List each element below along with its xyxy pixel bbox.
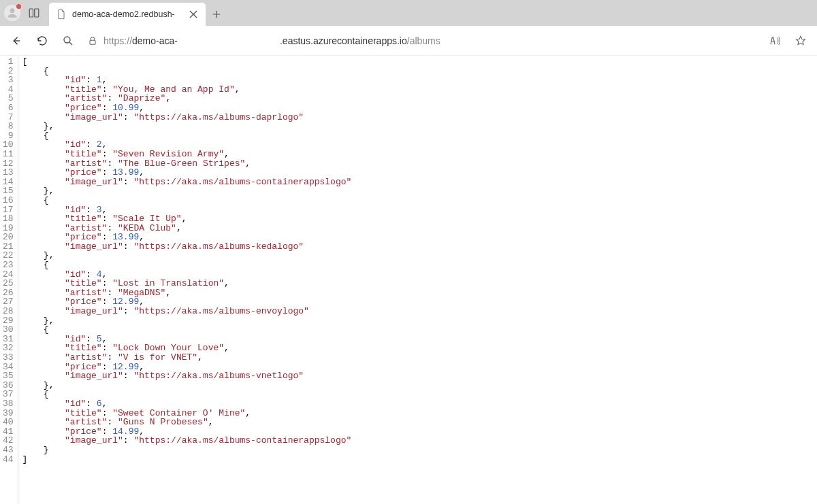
code-line: "title": "Sweet Container O' Mine", [22, 409, 352, 418]
code-line: "title": "You, Me and an App Id", [22, 85, 352, 95]
line-number: 7 [3, 113, 14, 122]
workspaces-button[interactable] [26, 5, 42, 21]
read-aloud-button[interactable] [764, 30, 786, 52]
line-number: 26 [3, 288, 14, 298]
line-number: 3 [3, 75, 14, 85]
json-viewer: 1234567891011121314151617181920212223242… [0, 56, 817, 504]
line-number: 2 [3, 67, 14, 76]
refresh-button[interactable] [31, 30, 53, 52]
line-number: 32 [3, 343, 14, 353]
line-number: 20 [3, 233, 14, 242]
code-line: "image_url": "https://aka.ms/albums-cont… [22, 436, 352, 446]
line-number: 42 [3, 436, 14, 446]
url-scheme: https:// [103, 35, 132, 46]
svg-rect-2 [35, 9, 39, 17]
code-line: [ [22, 57, 352, 67]
line-number: 39 [3, 409, 14, 418]
code-line: "id": 3, [22, 205, 352, 215]
code-line: "price": 12.99, [22, 297, 352, 307]
line-number: 1 [3, 57, 14, 67]
code-line: }, [22, 251, 352, 261]
code-line: "id": 6, [22, 399, 352, 409]
line-number: 33 [3, 353, 14, 363]
svg-point-0 [10, 8, 15, 13]
line-number: 10 [3, 140, 14, 150]
line-number: 28 [3, 307, 14, 316]
line-number: 4 [3, 85, 14, 95]
line-number: 23 [3, 261, 14, 270]
code-line: "artist": "MegaDNS", [22, 288, 352, 298]
line-number: 6 [3, 103, 14, 113]
svg-point-3 [64, 37, 70, 43]
search-icon [62, 35, 74, 47]
code-line: "image_url": "https://aka.ms/albums-vnet… [22, 371, 352, 381]
line-number: 16 [3, 196, 14, 205]
code-line: "price": 13.99, [22, 168, 352, 178]
line-number: 12 [3, 159, 14, 169]
browser-toolbar: https://demo-aca-.eastus.azurecontainera… [0, 26, 817, 56]
line-number: 30 [3, 325, 14, 335]
browser-tab[interactable]: demo-aca-demo2.redbush- [49, 3, 206, 26]
new-tab-button[interactable] [206, 3, 227, 26]
star-icon [795, 35, 807, 47]
search-button[interactable] [57, 30, 79, 52]
code-line: "title": "Seven Revision Army", [22, 150, 352, 159]
line-number: 9 [3, 131, 14, 141]
arrow-left-icon [10, 35, 22, 47]
json-content[interactable]: [ { "id": 1, "title": "You, Me and an Ap… [18, 56, 352, 504]
line-number: 8 [3, 122, 14, 131]
line-number: 11 [3, 150, 14, 159]
line-number: 44 [3, 455, 14, 465]
code-line: "artist": "Daprize", [22, 94, 352, 103]
code-line: { [22, 196, 352, 205]
close-icon [188, 9, 199, 20]
line-number: 24 [3, 270, 14, 280]
url-path: /albums [407, 35, 440, 46]
line-number: 13 [3, 168, 14, 178]
favorites-button[interactable] [790, 30, 812, 52]
code-line: { [22, 261, 352, 270]
code-line: "artist": "Guns N Probeses", [22, 418, 352, 427]
line-number: 29 [3, 316, 14, 326]
code-line: { [22, 67, 352, 76]
code-line: "title": "Scale It Up", [22, 214, 352, 224]
line-number: 35 [3, 371, 14, 381]
line-number-gutter: 1234567891011121314151617181920212223242… [0, 56, 18, 504]
code-line: "id": 1, [22, 75, 352, 85]
back-button[interactable] [5, 30, 27, 52]
code-line: "title": "Lock Down Your Love", [22, 343, 352, 353]
code-line: "id": 4, [22, 270, 352, 280]
read-aloud-icon [769, 35, 781, 47]
code-line: "price": 13.99, [22, 233, 352, 242]
line-number: 14 [3, 178, 14, 187]
lock-icon [87, 35, 98, 46]
profile-button[interactable] [4, 5, 20, 21]
window-left-controls [0, 0, 46, 26]
notification-dot-icon [16, 4, 21, 9]
url-text: https://demo-aca-.eastus.azurecontainera… [103, 35, 756, 46]
site-info-button[interactable] [87, 35, 98, 46]
tab-close-button[interactable] [188, 9, 199, 20]
code-line: "artist": "The Blue-Green Stripes", [22, 159, 352, 169]
line-number: 25 [3, 279, 14, 288]
code-line: "image_url": "https://aka.ms/albums-keda… [22, 242, 352, 252]
code-line: "artist": "V is for VNET", [22, 353, 352, 363]
tab-title: demo-aca-demo2.redbush- [72, 10, 182, 19]
line-number: 22 [3, 251, 14, 261]
code-line: }, [22, 186, 352, 196]
code-line: }, [22, 122, 352, 131]
plus-icon [212, 10, 221, 19]
code-line: "price": 12.99, [22, 363, 352, 372]
code-line: { [22, 390, 352, 399]
line-number: 15 [3, 186, 14, 196]
tab-strip: demo-aca-demo2.redbush- [0, 0, 817, 26]
address-bar[interactable]: https://demo-aca-.eastus.azurecontainera… [87, 30, 756, 52]
code-line: { [22, 325, 352, 335]
line-number: 34 [3, 363, 14, 372]
code-line: { [22, 131, 352, 141]
line-number: 19 [3, 224, 14, 233]
code-line: "image_url": "https://aka.ms/albums-cont… [22, 178, 352, 187]
url-host-part2: .eastus.azurecontainerapps.io [280, 35, 407, 46]
svg-rect-1 [29, 9, 33, 17]
code-line: "image_url": "https://aka.ms/albums-dapr… [22, 113, 352, 122]
